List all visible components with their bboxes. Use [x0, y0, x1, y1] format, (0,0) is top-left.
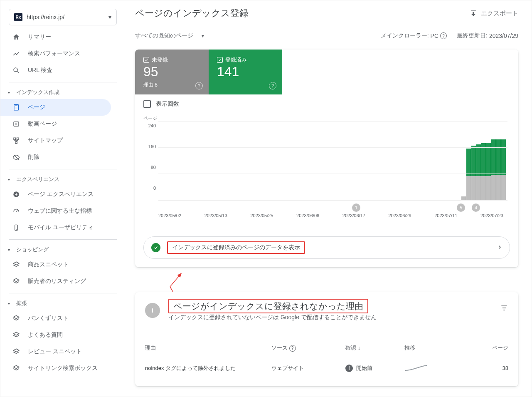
- mobile-icon: [12, 224, 20, 231]
- svg-rect-7: [17, 138, 19, 140]
- last-update-info: 最終更新日: 2023/07/29: [457, 32, 518, 40]
- sidebar-group-experience[interactable]: ▾ エクスペリエンス: [0, 173, 111, 186]
- sidebar-item-video-pages[interactable]: 動画ページ: [0, 116, 111, 132]
- sidebar-item-label: サマリー: [28, 33, 51, 41]
- sitemap-icon: [12, 137, 20, 144]
- sidebar-item-label: 検索パフォーマンス: [28, 50, 80, 57]
- reasons-title: ページがインデックスに登録されなかった理由: [168, 299, 368, 313]
- svg-rect-2: [14, 104, 19, 110]
- svg-marker-19: [13, 365, 19, 369]
- export-button[interactable]: エクスポート: [469, 9, 518, 17]
- not-indexed-reasons-card: i ページがインデックスに登録されなかった理由 インデックスに登録されていないペ…: [135, 292, 518, 386]
- visibility-off-icon: [12, 154, 20, 161]
- not-indexed-count: 95: [143, 65, 200, 79]
- sidebar-item-label: URL 検査: [28, 67, 52, 74]
- svg-line-11: [16, 211, 17, 212]
- property-selector[interactable]: Rx https://reinx.jp/ ▾: [9, 9, 117, 25]
- sidebar-item-merchant-listings[interactable]: 販売者のリスティング: [0, 273, 111, 290]
- search-icon: [12, 67, 20, 74]
- tab-indexed[interactable]: 登録済み 141 ?: [209, 50, 282, 94]
- page-filter-dropdown[interactable]: すべての既知のページ ▼: [135, 32, 205, 40]
- chart-line-icon: [12, 50, 20, 57]
- sort-down-icon: ↓: [358, 345, 361, 351]
- sidebar-item-web-vitals[interactable]: ウェブに関する主な指標: [0, 203, 111, 219]
- reasons-desc: インデックスに登録されていないページは Google で配信することができません: [168, 314, 377, 321]
- sidebar-group-indexing[interactable]: ▾ インデックス作成: [0, 86, 111, 99]
- svg-line-20: [170, 273, 181, 287]
- sidebar-item-product-snippets[interactable]: 商品スニペット: [0, 256, 111, 273]
- download-icon: [469, 9, 478, 17]
- page-title: ページのインデックス登録: [135, 7, 249, 20]
- chevron-down-icon: ▾: [8, 90, 13, 95]
- sidebar-item-breadcrumbs[interactable]: パンくずリスト: [0, 310, 111, 327]
- sidebar-item-review-snippets[interactable]: レビュー スニペット: [0, 343, 111, 360]
- main-crawler-info: メインクローラー: PC ?: [381, 32, 447, 40]
- speed-icon: [12, 207, 20, 215]
- info-icon: i: [145, 303, 160, 318]
- chevron-down-icon: ▾: [8, 177, 13, 182]
- index-status-card: 未登録 95 理由 8 ? 登録済み 141 ? 表示回数: [135, 50, 518, 267]
- help-icon[interactable]: ?: [440, 32, 447, 39]
- col-source: ソース ?: [271, 344, 339, 352]
- svg-point-0: [14, 68, 17, 72]
- rowlink-text: インデックスに登録済みのページのデータを表示: [167, 241, 305, 254]
- layers-icon: [12, 365, 20, 372]
- svg-marker-18: [13, 349, 19, 352]
- sidebar-item-removals[interactable]: 削除: [0, 149, 111, 166]
- chevron-down-icon: ▼: [201, 34, 205, 38]
- layers-icon: [12, 261, 20, 268]
- not-indexed-reasons: 理由 8: [143, 82, 200, 89]
- sidebar-item-sitelinks-search[interactable]: サイトリンク検索ボックス: [0, 360, 111, 377]
- plus-circle-icon: [12, 191, 20, 198]
- svg-line-1: [17, 71, 19, 73]
- main: ページのインデックス登録 エクスポート すべての既知のページ ▼ メインクローラ…: [125, 0, 532, 397]
- table-row[interactable]: noindex タグによって除外されました ウェブサイト !開始前 38: [145, 358, 508, 378]
- layers-icon: [12, 331, 20, 339]
- indexed-count: 141: [217, 65, 274, 79]
- sidebar-item-url-inspect[interactable]: URL 検査: [0, 62, 111, 79]
- chevron-down-icon: ▾: [108, 14, 111, 20]
- layers-icon: [12, 315, 20, 322]
- help-icon[interactable]: ?: [289, 345, 296, 352]
- sidebar-item-page-experience[interactable]: ページ エクスペリエンス: [0, 186, 111, 203]
- checkbox-icon: [143, 100, 151, 108]
- col-check[interactable]: 確認 ↓: [345, 344, 398, 352]
- filter-icon[interactable]: [500, 304, 508, 313]
- col-pages: ページ: [478, 344, 508, 352]
- reasons-table: 理由 ソース ? 確認 ↓ 推移 ページ noindex タグによって除外されま…: [145, 338, 508, 378]
- view-indexed-data-link[interactable]: インデックスに登録済みのページのデータを表示: [143, 236, 510, 259]
- svg-marker-5: [16, 123, 18, 125]
- sidebar: Rx https://reinx.jp/ ▾ サマリー 検索パフォーマンス: [0, 0, 125, 397]
- property-url: https://reinx.jp/: [27, 14, 104, 20]
- page-icon: [12, 104, 20, 111]
- sidebar-item-faq[interactable]: よくある質問: [0, 327, 111, 343]
- svg-marker-16: [13, 315, 19, 319]
- check-circle-icon: [151, 243, 160, 252]
- svg-marker-15: [13, 278, 19, 282]
- sparkline: [404, 364, 472, 372]
- help-icon[interactable]: ?: [269, 82, 276, 89]
- property-favicon: Rx: [14, 13, 22, 21]
- layers-icon: [12, 278, 20, 285]
- help-icon[interactable]: ?: [195, 82, 203, 89]
- svg-marker-17: [13, 332, 19, 335]
- tab-not-indexed[interactable]: 未登録 95 理由 8 ?: [135, 50, 209, 94]
- impressions-toggle[interactable]: 表示回数: [135, 94, 518, 114]
- col-reason: 理由: [145, 344, 265, 352]
- index-trend-chart: ページ 240160800 154 2023/05/022023/05/1320…: [135, 114, 518, 226]
- home-icon: [12, 33, 20, 41]
- sidebar-item-sitemaps[interactable]: サイトマップ: [0, 132, 111, 149]
- sidebar-item-summary[interactable]: サマリー: [0, 29, 111, 45]
- sidebar-item-performance[interactable]: 検索パフォーマンス: [0, 45, 111, 62]
- video-icon: [12, 120, 20, 128]
- sidebar-item-mobile-usability[interactable]: モバイル ユーザビリティ: [0, 219, 111, 236]
- sidebar-group-enhancements[interactable]: ▾ 拡張: [0, 297, 111, 310]
- sidebar-item-pages[interactable]: ページ: [0, 99, 111, 116]
- sidebar-group-shopping[interactable]: ▾ ショッピング: [0, 243, 111, 256]
- col-trend: 推移: [404, 344, 472, 352]
- svg-marker-14: [13, 262, 19, 265]
- svg-rect-8: [15, 141, 17, 144]
- chevron-down-icon: ▾: [8, 248, 13, 252]
- chevron-right-icon: [497, 244, 502, 251]
- layers-icon: [12, 348, 20, 355]
